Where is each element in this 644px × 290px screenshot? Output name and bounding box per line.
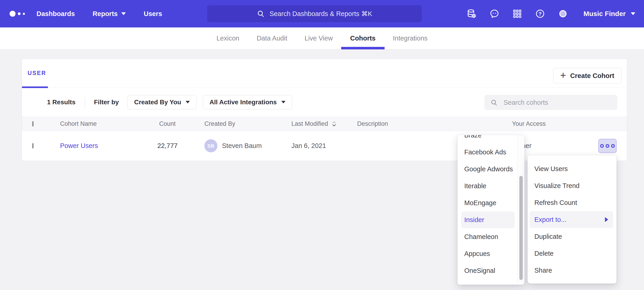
filter-toolbar: 1 Results Filter by Created By You All A… (22, 88, 627, 117)
global-search-input[interactable]: Search Dashboards & Reports ⌘K (207, 5, 422, 22)
menu-item-onesignal[interactable]: OneSignal (458, 262, 518, 279)
filter-by-label: Filter by (94, 99, 119, 106)
created-by-filter-dropdown[interactable]: Created By You (128, 95, 196, 109)
cohort-search (484, 95, 617, 110)
chevron-down-icon (631, 12, 635, 15)
table-header: Cohort Name Count Created By Last Modifi… (22, 117, 627, 131)
menu-item-delete[interactable]: Delete (528, 245, 616, 262)
column-last-modified[interactable]: Last Modified (292, 120, 357, 127)
cohort-count: 22,777 (157, 142, 176, 150)
feedback-icon[interactable] (489, 8, 500, 19)
chevron-down-icon (121, 12, 126, 15)
submenu-arrow-icon (605, 217, 608, 222)
data-settings-icon[interactable] (466, 8, 477, 19)
account-name: Music Finder (584, 10, 626, 18)
cohort-search-input[interactable] (484, 95, 617, 110)
topbar-actions: ? Music Finder (466, 0, 635, 28)
menu-item-braze[interactable]: Braze (458, 135, 518, 144)
logo-dot-large (10, 11, 16, 17)
top-navigation-bar: Dashboards Reports Users Search Dashboar… (0, 0, 644, 28)
your-access-cell: Owner (512, 139, 616, 153)
integrations-filter-dropdown[interactable]: All Active Integrations (203, 95, 292, 109)
created-by-cell: SB Steven Baum (176, 139, 292, 152)
apps-grid-icon[interactable] (512, 8, 523, 19)
tab-lexicon[interactable]: Lexicon (216, 28, 239, 49)
help-icon[interactable]: ? (534, 8, 546, 19)
sort-icon (331, 121, 337, 127)
column-created-by: Created By (176, 120, 292, 127)
avatar: SB (204, 139, 218, 152)
menu-item-facebook-ads[interactable]: Facebook Ads (458, 144, 518, 161)
menu-item-google-adwords[interactable]: Google Adwords (458, 161, 518, 178)
scrollbar-track[interactable] (518, 135, 524, 284)
svg-text:?: ? (538, 11, 542, 17)
menu-item-visualize-trend[interactable]: Visualize Trend (528, 177, 616, 194)
column-your-access: Your Access (512, 120, 616, 127)
search-icon (257, 10, 265, 18)
settings-gear-icon[interactable] (558, 8, 568, 19)
row-checkbox[interactable] (32, 143, 34, 149)
tab-live-view[interactable]: Live View (305, 28, 333, 49)
logo-dot-medium (18, 12, 20, 15)
menu-item-moengage[interactable]: MoEngage (458, 194, 518, 211)
column-cohort-name: Cohort Name (60, 120, 157, 127)
scrollbar-thumb[interactable] (519, 176, 523, 280)
menu-item-chameleon[interactable]: Chameleon (458, 228, 518, 245)
primary-nav: Dashboards Reports Users (36, 10, 162, 18)
nav-users[interactable]: Users (144, 10, 162, 18)
last-modified-cell: Jan 6, 2021 (292, 142, 357, 150)
cohort-name-link[interactable]: Power Users (60, 142, 157, 150)
dot-icon (606, 144, 609, 148)
tab-user-cohorts[interactable]: USER (28, 70, 46, 76)
logo-dot-small (23, 13, 25, 15)
column-description: Description (357, 120, 512, 127)
created-by-name: Steven Baum (222, 142, 262, 150)
row-context-menu: View Users Visualize Trend Refresh Count… (528, 155, 616, 283)
nav-dashboards[interactable]: Dashboards (36, 10, 75, 18)
chevron-down-icon (186, 101, 190, 103)
search-icon (490, 99, 498, 106)
select-all-checkbox[interactable] (32, 121, 34, 126)
menu-item-refresh-count[interactable]: Refresh Count (528, 194, 616, 211)
global-search-placeholder: Search Dashboards & Reports ⌘K (270, 10, 372, 18)
menu-item-view-users[interactable]: View Users (528, 160, 616, 177)
menu-item-appcues[interactable]: Appcues (458, 245, 518, 262)
row-actions-button[interactable] (598, 139, 616, 153)
export-menu-scroll-area: Braze Facebook Ads Google Adwords Iterab… (458, 135, 518, 284)
tab-integrations[interactable]: Integrations (393, 28, 428, 49)
results-count: 1 Results (47, 99, 76, 106)
column-count: Count (157, 120, 176, 127)
dot-icon (600, 144, 604, 148)
divider (85, 97, 85, 107)
menu-item-export-to[interactable]: Export to... (530, 211, 613, 228)
section-tabs: Lexicon Data Audit Live View Cohorts Int… (0, 28, 644, 49)
menu-item-iterable[interactable]: Iterable (458, 178, 518, 194)
app-logo[interactable] (10, 11, 35, 17)
dot-icon (611, 144, 615, 148)
account-menu[interactable]: Music Finder (584, 10, 635, 18)
chevron-down-icon (281, 101, 286, 103)
menu-item-duplicate[interactable]: Duplicate (528, 228, 616, 245)
export-destinations-menu: Braze Facebook Ads Google Adwords Iterab… (458, 135, 524, 285)
tab-data-audit[interactable]: Data Audit (257, 28, 287, 49)
cohorts-panel: USER + Create Cohort 1 Results Filter by… (22, 59, 627, 160)
cohorts-panel-header: USER + Create Cohort (22, 59, 627, 88)
tab-cohorts[interactable]: Cohorts (350, 28, 376, 49)
create-cohort-button[interactable]: + Create Cohort (553, 68, 622, 83)
nav-reports[interactable]: Reports (93, 10, 126, 18)
menu-item-insider[interactable]: Insider (461, 211, 515, 228)
menu-item-share[interactable]: Share (528, 262, 616, 279)
